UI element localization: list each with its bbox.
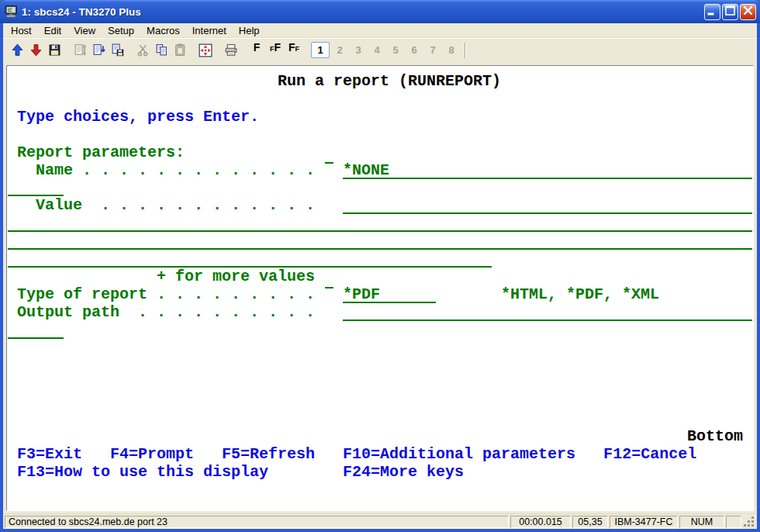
terminal-text: F13=How to use this display F24=More key… bbox=[17, 463, 464, 481]
status-cursor-position: 05,35 bbox=[572, 516, 608, 528]
terminal-text: Run a report (RUNREPORT) bbox=[278, 72, 501, 90]
terminal-field-output-path-continuation[interactable] bbox=[8, 321, 64, 339]
session-1-button[interactable]: 1 bbox=[311, 42, 330, 58]
cursor-mark bbox=[325, 287, 333, 288]
terminal-field-value[interactable] bbox=[343, 196, 752, 214]
session-5-button[interactable]: 5 bbox=[387, 42, 404, 58]
terminal-text: Type choices, press Enter. bbox=[17, 108, 259, 126]
terminal-field-report-name-continuation[interactable] bbox=[8, 178, 64, 196]
font-increase-button[interactable]: FF bbox=[266, 41, 285, 59]
paste-icon bbox=[174, 43, 187, 57]
font-letter: F bbox=[295, 46, 300, 53]
menu-bar: HostEditViewSetupMacrosInternetHelp bbox=[3, 23, 757, 38]
font-decrease-button[interactable]: FF bbox=[285, 41, 303, 59]
menu-item-edit[interactable]: Edit bbox=[38, 23, 67, 37]
terminal-text: F3=Exit F4=Prompt F5=Refresh F10=Additio… bbox=[17, 445, 696, 463]
window-controls bbox=[704, 4, 756, 20]
menu-item-internet[interactable]: Internet bbox=[186, 23, 233, 37]
printer-icon bbox=[224, 43, 238, 57]
status-timer: 00:00.015 bbox=[510, 516, 571, 528]
copy-icon bbox=[155, 43, 168, 57]
menu-item-view[interactable]: View bbox=[67, 23, 102, 37]
print-button[interactable] bbox=[222, 41, 240, 59]
terminal-text: Output path bbox=[17, 303, 119, 321]
terminal-text: + for more values bbox=[157, 268, 315, 285]
file-receive-icon bbox=[92, 43, 105, 57]
minimize-button[interactable] bbox=[704, 4, 720, 20]
terminal-field-value-continuation[interactable] bbox=[8, 250, 492, 268]
toolbar-separator bbox=[465, 43, 466, 58]
application-icon bbox=[5, 5, 19, 19]
status-bar: Connected to sbcs24.meb.de port 23 00:00… bbox=[3, 513, 757, 529]
terminal-field-value-continuation[interactable] bbox=[8, 214, 752, 232]
terminal-text: Value bbox=[36, 196, 82, 214]
session-6-button[interactable]: 6 bbox=[406, 42, 423, 58]
client-area: HostEditViewSetupMacrosInternetHelp FFFF… bbox=[3, 23, 757, 529]
center-arrows-icon bbox=[199, 43, 212, 57]
status-terminal-type: IBM-3477-FC bbox=[610, 516, 678, 528]
terminal-text: Bottom bbox=[687, 427, 743, 445]
save-button[interactable] bbox=[45, 41, 64, 59]
terminal-text: . . . . . . . . . . . . . bbox=[82, 161, 315, 179]
fit-screen-button[interactable] bbox=[196, 41, 215, 59]
maximize-button[interactable] bbox=[722, 4, 738, 20]
terminal-text: Type of report bbox=[17, 285, 147, 303]
close-button[interactable] bbox=[740, 4, 756, 20]
file-transfer-icon bbox=[74, 43, 87, 57]
session-4-button[interactable]: 4 bbox=[368, 42, 385, 58]
menu-item-macros[interactable]: Macros bbox=[140, 23, 186, 37]
up-arrow-icon bbox=[11, 43, 24, 57]
terminal-text: . . . . . . . . . . . . bbox=[101, 196, 315, 214]
maximize-icon bbox=[722, 2, 738, 21]
terminal-screen[interactable]: Run a report (RUNREPORT)Type choices, pr… bbox=[6, 65, 754, 511]
terminal-text: . . . . . . . . . bbox=[157, 285, 315, 303]
status-keyboard-state: NUM bbox=[679, 516, 724, 528]
font-letter: F bbox=[274, 42, 281, 53]
session-3-button[interactable]: 3 bbox=[350, 42, 367, 58]
terminal-frame: Run a report (RUNREPORT)Type choices, pr… bbox=[3, 61, 757, 513]
scissors-icon bbox=[136, 43, 150, 57]
font-letter: F bbox=[254, 42, 261, 53]
terminal-field-report-name[interactable]: *NONE bbox=[343, 161, 752, 179]
session-7-button[interactable]: 7 bbox=[424, 42, 441, 58]
close-icon bbox=[740, 2, 756, 21]
cut-button[interactable] bbox=[133, 41, 152, 59]
terminal-text: . . . . . . . . . . bbox=[138, 303, 315, 321]
toolbar: FFFFF12345678 bbox=[3, 38, 757, 61]
title-bar[interactable]: 1: sbcs24 - TN3270 Plus bbox=[0, 0, 760, 23]
down-arrow-icon bbox=[29, 43, 43, 57]
disconnect-button[interactable] bbox=[26, 41, 45, 59]
terminal-text: Report parameters: bbox=[17, 143, 185, 161]
cursor-mark bbox=[325, 162, 333, 164]
status-spacer bbox=[726, 516, 741, 528]
terminal-field-value-continuation[interactable] bbox=[8, 232, 752, 250]
menu-item-host[interactable]: Host bbox=[5, 23, 38, 37]
file-receive-button[interactable] bbox=[89, 41, 108, 59]
save-screen-button[interactable] bbox=[108, 41, 126, 59]
terminal-text: *HTML, *PDF, *XML bbox=[501, 285, 659, 303]
connect-button[interactable] bbox=[8, 41, 26, 59]
terminal-field-report-type[interactable]: *PDF bbox=[343, 285, 436, 303]
application-window: 1: sbcs24 - TN3270 Plus HostEditViewSetu… bbox=[0, 0, 760, 532]
file-transfer-button[interactable] bbox=[71, 41, 89, 59]
save-screen-icon bbox=[111, 43, 124, 57]
terminal-text: Name bbox=[36, 161, 73, 179]
window-title: 1: sbcs24 - TN3270 Plus bbox=[22, 6, 704, 18]
minimize-icon bbox=[704, 2, 720, 21]
font-letter: F bbox=[288, 42, 295, 53]
terminal-field-output-path[interactable] bbox=[343, 303, 752, 321]
menu-item-help[interactable]: Help bbox=[233, 23, 266, 37]
paste-button[interactable] bbox=[171, 41, 189, 59]
session-8-button[interactable]: 8 bbox=[443, 42, 460, 58]
copy-button[interactable] bbox=[152, 41, 171, 59]
menu-item-setup[interactable]: Setup bbox=[102, 23, 140, 37]
font-button[interactable]: F bbox=[247, 41, 266, 59]
status-message: Connected to sbcs24.meb.de port 23 bbox=[5, 516, 509, 528]
save-icon bbox=[48, 43, 61, 57]
resize-grip[interactable] bbox=[743, 516, 755, 528]
session-2-button[interactable]: 2 bbox=[331, 42, 348, 58]
